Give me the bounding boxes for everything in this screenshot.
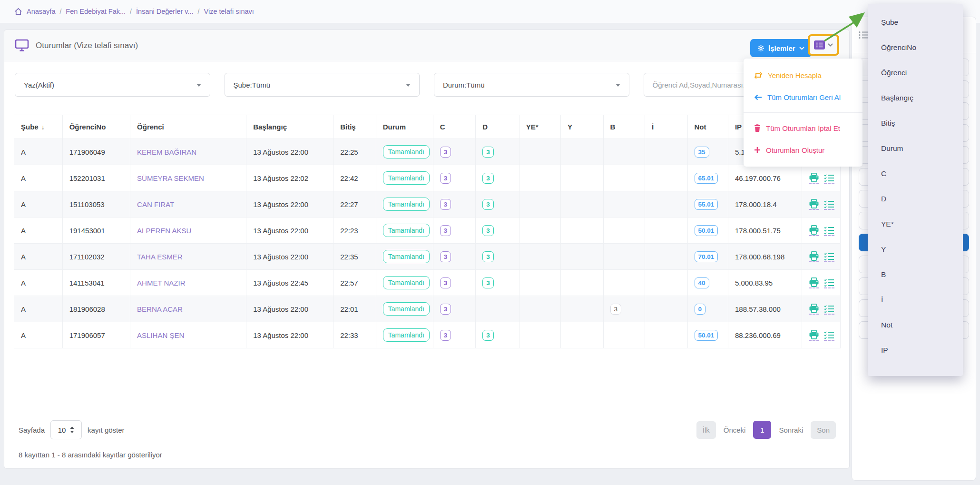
period-select[interactable]: Yaz(Aktif) [15,73,210,97]
menu-divider [744,112,862,113]
column-header-y[interactable]: Y [561,115,603,139]
column-toggle-item[interactable]: B [868,262,963,287]
column-header-i[interactable]: İ [645,115,687,139]
student-name-link[interactable]: ALPEREN AKSU [137,227,191,235]
pagination-prev-button[interactable]: Önceki [721,421,749,439]
column-header-baslangic[interactable]: Başlangıç [246,115,333,139]
cell-actions [802,191,840,218]
cell-i [645,296,687,322]
cell-ye [519,244,560,270]
pagination-first-button[interactable]: İlk [696,421,716,439]
column-picker-button[interactable] [808,34,839,56]
printer-icon[interactable] [809,199,819,210]
menu-item[interactable]: Oturumları Oluştur [744,139,862,161]
cell-ip: 188.57.38.000 [728,296,802,322]
cell-baslangic: 13 Ağustos 22:00 [246,322,333,348]
cell-bitis: 22:57 [333,270,376,296]
durum-select[interactable]: Durum:Tümü [434,73,629,97]
column-toggle-item[interactable]: IP [868,337,963,363]
column-toggle-item[interactable]: Durum [868,136,963,161]
cell-d: 3 [476,218,519,244]
breadcrumb-item[interactable]: İnsani Değerler v... [136,8,194,15]
printer-icon[interactable] [809,277,819,288]
cell-c: 3 [433,191,475,218]
cell-durum: Tamamlandı [376,322,433,348]
printer-icon[interactable] [809,173,819,184]
printer-icon[interactable] [809,304,819,315]
cell-i [645,218,687,244]
student-name-link[interactable]: BERNA ACAR [137,305,183,313]
cell-ogrenciNo: 152201031 [62,165,130,191]
list-filter-icon[interactable] [859,31,869,39]
printer-icon[interactable] [809,251,819,262]
cell-ip: 178.000.18.4 [728,191,802,218]
cell-y [561,191,603,218]
breadcrumb-item[interactable]: Anasayfa [27,8,55,15]
cell-c: 3 [433,218,475,244]
pagination-next-button[interactable]: Sonraki [776,421,806,439]
checklist-icon[interactable] [824,278,834,288]
column-toggle-item[interactable]: ÖğrenciNo [868,35,963,60]
table-row: A141153041AHMET NAZIR13 Ağustos 22:4522:… [14,270,841,296]
column-toggle-item[interactable]: Öğrenci [868,60,963,85]
checklist-icon[interactable] [824,200,834,210]
column-header-bitis[interactable]: Bitiş [333,115,376,139]
student-name-link[interactable]: TAHA ESMER [137,253,183,261]
column-toggle-item[interactable]: D [868,186,963,211]
home-icon[interactable] [14,8,22,16]
cell-ye [519,139,560,165]
sube-select[interactable]: Şube:Tümü [225,73,420,97]
c-badge: 3 [440,225,451,236]
printer-icon[interactable] [809,225,819,236]
pagination-last-button[interactable]: Son [811,421,836,439]
breadcrumb-item[interactable]: Fen Edebiyat Fak... [66,8,126,15]
checklist-icon[interactable] [824,252,834,262]
islemler-button[interactable]: İşlemler [750,39,812,57]
column-header-sube[interactable]: Şube↓ [14,115,63,139]
column-toggle-item[interactable]: Şube [868,10,963,35]
student-name-link[interactable]: CAN FIRAT [137,200,174,208]
page-size-stepper[interactable]: 10 [50,420,82,439]
checklist-icon[interactable] [824,174,834,184]
cell-y [561,244,603,270]
column-toggle-item[interactable]: Bitiş [868,110,963,136]
cell-ye [519,296,560,322]
column-header-ye[interactable]: YE* [519,115,560,139]
menu-item[interactable]: Yeniden Hesapla [744,64,862,86]
student-name-link[interactable]: KEREM BAĞIRAN [137,148,196,156]
student-name-link[interactable]: AHMET NAZIR [137,279,185,287]
cell-ogrenciNo: 151103053 [62,191,130,218]
student-name-link[interactable]: ASLIHAN ŞEN [137,331,184,339]
column-toggle-item[interactable]: Y [868,237,963,262]
column-toggle-item[interactable]: YE* [868,211,963,237]
cell-baslangic: 13 Ağustos 22:45 [246,270,333,296]
column-header-b[interactable]: B [603,115,645,139]
column-header-durum[interactable]: Durum [376,115,433,139]
checklist-icon[interactable] [824,226,834,236]
d-badge: 3 [482,251,494,262]
cell-sube: A [14,270,63,296]
stepper-arrows-icon[interactable] [70,426,74,433]
column-header-d[interactable]: D [476,115,519,139]
column-header-ogrenci[interactable]: Öğrenci [130,115,246,139]
column-header-c[interactable]: C [433,115,475,139]
cell-y [561,296,603,322]
column-toggle-item[interactable]: İ [868,287,963,312]
cell-not: 0 [687,296,728,322]
pagination-current-page[interactable]: 1 [753,421,771,439]
cell-durum: Tamamlandı [376,270,433,296]
checklist-icon[interactable] [824,305,834,315]
menu-item[interactable]: Tüm Oturumları Geri Al [744,86,862,108]
column-header-not[interactable]: Not [687,115,728,139]
menu-item[interactable]: Tüm Oturumları İptal Et [744,117,862,139]
cell-durum: Tamamlandı [376,218,433,244]
checklist-icon[interactable] [824,331,834,341]
column-toggle-item[interactable]: Not [868,312,963,337]
column-toggle-item[interactable]: Başlangıç [868,85,963,110]
student-name-link[interactable]: SÜMEYRA SEKMEN [137,174,204,182]
status-badge: Tamamlandı [383,171,430,185]
printer-icon[interactable] [809,330,819,341]
column-header-ogrenciNo[interactable]: ÖğrenciNo [62,115,130,139]
column-toggle-item[interactable]: C [868,161,963,186]
cell-ogrenci: AHMET NAZIR [130,270,246,296]
